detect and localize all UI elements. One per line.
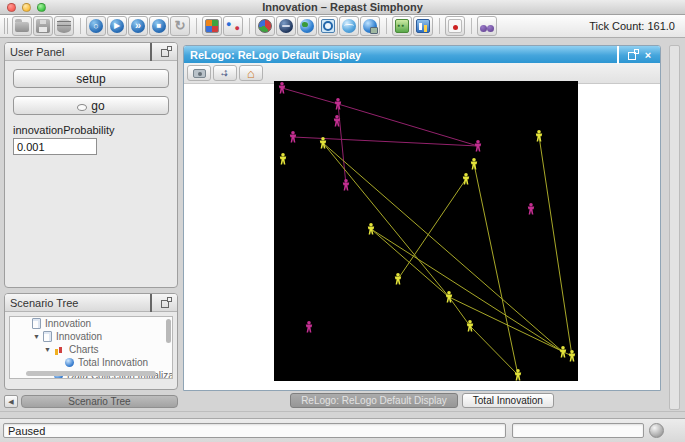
tree-item-charts[interactable]: ▼Charts	[10, 343, 172, 356]
camera-icon	[193, 69, 206, 78]
person-agent-Y11[interactable]	[569, 350, 575, 362]
relogo-canvas[interactable]	[274, 81, 578, 381]
doc-icon	[43, 331, 52, 342]
legend-chart-icon	[416, 19, 430, 33]
relogo-minimize-button[interactable]	[597, 49, 609, 61]
agent-scene-button[interactable]	[392, 16, 412, 36]
home-icon: ⌂	[247, 67, 255, 80]
world-sphere-button[interactable]	[339, 16, 359, 36]
network-link	[449, 297, 470, 326]
setup-button[interactable]: setup	[13, 69, 169, 88]
tree-item-innovation[interactable]: ▼Innovation	[10, 330, 172, 343]
tree-expander-icon[interactable]: ▼	[30, 333, 43, 340]
scenario-tree-view: Innovation▼Innovation▼ChartsTotal Innova…	[9, 316, 173, 379]
pie-chart-button[interactable]	[255, 16, 275, 36]
scenario-tree-float-button[interactable]	[160, 297, 172, 309]
status-message: Paused	[3, 423, 506, 438]
home-view-button[interactable]: ⌂	[239, 65, 263, 81]
memory-indicator-button[interactable]	[649, 423, 664, 438]
zoom-window-button[interactable]	[37, 3, 46, 12]
minimize-window-button[interactable]	[22, 3, 31, 12]
tree-vertical-scrollbar[interactable]	[166, 319, 171, 343]
add-chart-button[interactable]	[202, 16, 222, 36]
person-agent-Y7[interactable]	[395, 273, 401, 285]
tree-expander-icon[interactable]: ▼	[41, 346, 54, 353]
mini-chart-button[interactable]	[445, 16, 465, 36]
data-store-button[interactable]	[276, 16, 296, 36]
scenario-tree-minimize-button[interactable]	[130, 297, 142, 309]
pan-tool-button[interactable]	[213, 65, 237, 81]
toolbar-separator	[193, 18, 200, 34]
binoculars-button[interactable]	[477, 16, 497, 36]
person-agent-Y6[interactable]	[368, 223, 374, 235]
relogo-titlebar: ReLogo: ReLogo Default Display ×	[184, 46, 660, 63]
person-agent-Y2[interactable]	[280, 153, 286, 165]
person-agent-M5[interactable]	[343, 179, 349, 191]
person-agent-M6[interactable]	[475, 140, 481, 152]
go-button[interactable]: go	[13, 96, 169, 115]
status-bar: Paused	[0, 418, 685, 442]
person-agent-M8[interactable]	[306, 321, 312, 333]
agents-icon	[226, 19, 240, 33]
user-panel-minimize-button[interactable]	[130, 46, 142, 58]
tree-horizontal-scrollbar[interactable]	[26, 371, 156, 376]
relogo-close-button[interactable]: ×	[642, 49, 654, 61]
person-agent-Y4[interactable]	[471, 158, 477, 170]
toolbar-separator	[383, 18, 390, 34]
display-inspector-icon	[321, 19, 335, 33]
tab-relogo-default-display[interactable]: ReLogo: ReLogo Default Display	[290, 393, 458, 408]
toolbar-drag-handle[interactable]	[4, 18, 9, 34]
world-tools-icon	[363, 19, 377, 33]
person-agent-M7[interactable]	[528, 203, 534, 215]
chart-icon	[54, 345, 65, 355]
tick-count-label: Tick Count: 161.0	[589, 20, 681, 32]
play-button[interactable]	[107, 16, 127, 36]
agents-button[interactable]	[223, 16, 243, 36]
step-button[interactable]	[128, 16, 148, 36]
display-inspector-button[interactable]	[318, 16, 338, 36]
main-toolbar: Tick Count: 161.0	[0, 15, 685, 38]
close-window-button[interactable]	[7, 3, 16, 12]
tab-total-innovation[interactable]: Total Innovation	[462, 393, 554, 408]
save-model-button[interactable]	[33, 16, 53, 36]
stop-button[interactable]	[149, 16, 169, 36]
dock-collapse-arrow-icon[interactable]: ◀	[4, 395, 18, 408]
person-agent-Y10[interactable]	[560, 346, 566, 358]
tree-item-label: Innovation	[45, 318, 91, 329]
open-model-button[interactable]	[12, 16, 32, 36]
initialize-run-icon	[89, 19, 103, 33]
person-agent-Y3[interactable]	[536, 130, 542, 142]
window-titlebar: Innovation – Repast Simphony	[0, 0, 685, 15]
tree-item-innovation[interactable]: Innovation	[10, 317, 172, 330]
world-tools-button[interactable]	[360, 16, 380, 36]
tree-item-total-innovation[interactable]: Total Innovation	[10, 356, 172, 369]
open-model-icon	[15, 22, 29, 32]
user-panel-float-button[interactable]	[160, 46, 172, 58]
save-model-icon	[36, 19, 50, 33]
legend-chart-button[interactable]	[413, 16, 433, 36]
reset-icon	[173, 19, 187, 33]
innovation-probability-input[interactable]	[13, 138, 97, 155]
network-link	[470, 326, 518, 375]
divider	[0, 411, 685, 412]
person-agent-Y9[interactable]	[467, 320, 473, 332]
network-globe-button[interactable]	[297, 16, 317, 36]
scenario-tree-dock-tab[interactable]: Scenario Tree	[21, 395, 178, 408]
scenario-tree-title: Scenario Tree	[10, 297, 127, 309]
network-link	[282, 88, 338, 104]
save-database-button[interactable]	[54, 16, 74, 36]
mini-chart-icon	[448, 19, 462, 33]
initialize-run-button[interactable]	[86, 16, 106, 36]
dock-tabbar: ◀ Scenario Tree	[4, 394, 178, 409]
person-agent-M1[interactable]	[279, 82, 285, 94]
person-agent-M4[interactable]	[290, 131, 296, 143]
reset-button[interactable]	[170, 16, 190, 36]
network-link	[338, 104, 346, 185]
snapshot-button[interactable]	[187, 65, 211, 81]
relogo-maximize-button[interactable]	[612, 49, 624, 61]
relogo-float-button[interactable]	[627, 49, 639, 61]
right-dock-strip[interactable]	[669, 45, 680, 410]
user-panel-maximize-button[interactable]	[145, 46, 157, 58]
scenario-tree-maximize-button[interactable]	[145, 297, 157, 309]
person-agent-Y12[interactable]	[515, 369, 521, 381]
